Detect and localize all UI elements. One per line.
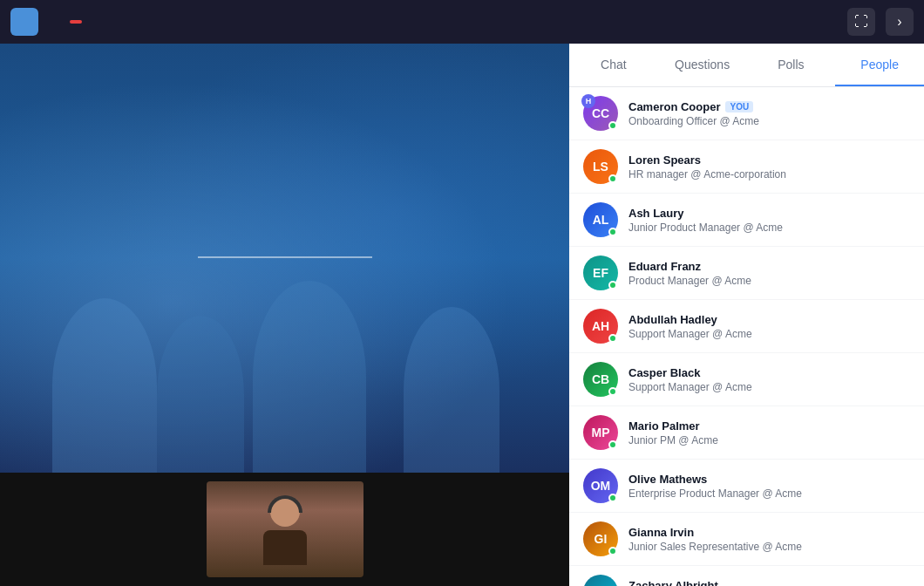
avatar-wrap: GI bbox=[583, 521, 618, 556]
list-item[interactable]: MPMario PalmerJunior PM @ Acme bbox=[569, 406, 924, 460]
list-item[interactable]: ALAsh LauryJunior Product Manager @ Acme bbox=[569, 194, 924, 247]
list-item[interactable]: LSLoren SpearsHR manager @ Acme-corporat… bbox=[569, 140, 924, 194]
avatar-wrap: MP bbox=[583, 415, 618, 450]
person-name: Mario Palmer bbox=[628, 419, 910, 433]
person-info: Loren SpearsHR manager @ Acme-corporatio… bbox=[628, 153, 910, 181]
online-indicator bbox=[608, 121, 617, 130]
online-indicator bbox=[608, 174, 617, 183]
video-title-overlay bbox=[198, 248, 372, 269]
person-name-text: Abdullah Hadley bbox=[628, 313, 717, 326]
person-role: Support Manager @ Acme bbox=[628, 328, 910, 340]
list-item[interactable]: EFEduard FranzProduct Manager @ Acme bbox=[569, 247, 924, 300]
next-icon: › bbox=[897, 14, 901, 30]
person-name-text: Olive Mathews bbox=[628, 473, 707, 486]
person-name-text: Mario Palmer bbox=[628, 419, 700, 433]
person-role: Onboarding Officer @ Acme bbox=[628, 115, 910, 127]
person-name-text: Cameron Cooper bbox=[628, 100, 720, 113]
person-name: Gianna Irvin bbox=[628, 526, 910, 539]
avatar-wrap: AL bbox=[583, 202, 618, 237]
tab-polls[interactable]: Polls bbox=[747, 44, 836, 86]
person-role: Enterprise Product Manager @ Acme bbox=[628, 487, 910, 500]
avatar-wrap: EF bbox=[583, 256, 618, 290]
person-info: Ash LauryJunior Product Manager @ Acme bbox=[628, 207, 910, 234]
headphones-icon bbox=[268, 495, 302, 513]
people-list[interactable]: HCCCameron CooperYOUOnboarding Officer @… bbox=[569, 87, 924, 586]
person-info: Cameron CooperYOUOnboarding Officer @ Ac… bbox=[628, 100, 910, 127]
avatar-wrap: CB bbox=[583, 362, 618, 397]
person-name-text: Gianna Irvin bbox=[628, 526, 694, 539]
list-item[interactable]: CBCasper BlackSupport Manager @ Acme bbox=[569, 353, 924, 406]
person-name-text: Casper Black bbox=[628, 366, 700, 379]
person-info: Olive MathewsEnterprise Product Manager … bbox=[628, 473, 910, 500]
online-indicator bbox=[608, 440, 617, 449]
person-info: Eduard FranzProduct Manager @ Acme bbox=[628, 260, 910, 287]
avatar-wrap: ZA bbox=[583, 575, 618, 586]
live-badge bbox=[70, 20, 82, 24]
online-indicator bbox=[608, 547, 617, 555]
person-role: HR manager @ Acme-corporation bbox=[628, 168, 910, 181]
tab-questions[interactable]: Questions bbox=[658, 44, 747, 86]
expand-button[interactable]: ⛶ bbox=[847, 8, 875, 36]
online-indicator bbox=[608, 334, 617, 343]
person-name-text: Zachary Albright bbox=[628, 579, 718, 587]
person-role: Junior Product Manager @ Acme bbox=[628, 221, 910, 234]
list-item[interactable]: GIGianna IrvinJunior Sales Representativ… bbox=[569, 513, 924, 566]
thumbnail-person bbox=[207, 481, 363, 577]
tab-chat[interactable]: Chat bbox=[569, 44, 658, 86]
next-button[interactable]: › bbox=[886, 8, 914, 36]
tab-people[interactable]: People bbox=[835, 44, 924, 86]
video-thumbnail-bar bbox=[0, 473, 569, 586]
list-item[interactable]: ZAZachary AlbrightBusiness Developer @ A… bbox=[569, 566, 924, 586]
list-item[interactable]: OMOlive MathewsEnterprise Product Manage… bbox=[569, 460, 924, 513]
online-indicator bbox=[608, 228, 617, 236]
app-logo bbox=[10, 8, 38, 36]
person-name-text: Loren Spears bbox=[628, 153, 701, 167]
online-indicator bbox=[608, 387, 617, 396]
list-item[interactable]: AHAbdullah HadleySupport Manager @ Acme bbox=[569, 300, 924, 353]
person-name: Olive Mathews bbox=[628, 473, 910, 486]
tabs-bar: ChatQuestionsPollsPeople bbox=[569, 44, 924, 87]
avatar-wrap: LS bbox=[583, 149, 618, 184]
avatar: ZA bbox=[583, 575, 618, 586]
video-area bbox=[0, 44, 569, 586]
person-info: Zachary AlbrightBusiness Developer @ Acm… bbox=[628, 579, 910, 587]
person-info: Abdullah HadleySupport Manager @ Acme bbox=[628, 313, 910, 340]
person-name-text: Eduard Franz bbox=[628, 260, 701, 273]
person-name: Loren Spears bbox=[628, 153, 910, 167]
person-name: Abdullah Hadley bbox=[628, 313, 910, 326]
right-panel: ChatQuestionsPollsPeople HCCCameron Coop… bbox=[569, 44, 924, 586]
person-name-text: Ash Laury bbox=[628, 207, 684, 220]
person-role: Junior Sales Representative @ Acme bbox=[628, 541, 910, 553]
person-role: Junior PM @ Acme bbox=[628, 434, 910, 446]
video-thumbnail[interactable] bbox=[207, 481, 363, 577]
person-info: Casper BlackSupport Manager @ Acme bbox=[628, 366, 910, 393]
avatar-wrap: HCC bbox=[583, 96, 618, 131]
avatar-wrap: OM bbox=[583, 468, 618, 503]
person-info: Gianna IrvinJunior Sales Representative … bbox=[628, 526, 910, 553]
list-item[interactable]: HCCCameron CooperYOUOnboarding Officer @… bbox=[569, 87, 924, 140]
person-body bbox=[263, 530, 307, 565]
person-name: Zachary Albright bbox=[628, 579, 910, 587]
person-name: Cameron CooperYOU bbox=[628, 100, 910, 113]
video-main bbox=[0, 44, 569, 473]
video-title-divider bbox=[198, 256, 372, 258]
online-indicator bbox=[608, 494, 617, 502]
person-name: Ash Laury bbox=[628, 207, 910, 220]
you-badge: YOU bbox=[725, 101, 753, 112]
header-bar: ⛶ › bbox=[0, 0, 924, 44]
online-indicator bbox=[608, 281, 617, 290]
avatar-wrap: AH bbox=[583, 309, 618, 344]
person-name: Eduard Franz bbox=[628, 260, 910, 273]
main-content: ChatQuestionsPollsPeople HCCCameron Coop… bbox=[0, 44, 924, 586]
person-name: Casper Black bbox=[628, 366, 910, 379]
person-info: Mario PalmerJunior PM @ Acme bbox=[628, 419, 910, 446]
person-role: Support Manager @ Acme bbox=[628, 381, 910, 393]
expand-icon: ⛶ bbox=[854, 14, 868, 30]
host-badge: H bbox=[581, 94, 595, 108]
person-role: Product Manager @ Acme bbox=[628, 275, 910, 287]
presenter-silhouette bbox=[259, 490, 311, 569]
silhouette-group bbox=[0, 173, 569, 473]
